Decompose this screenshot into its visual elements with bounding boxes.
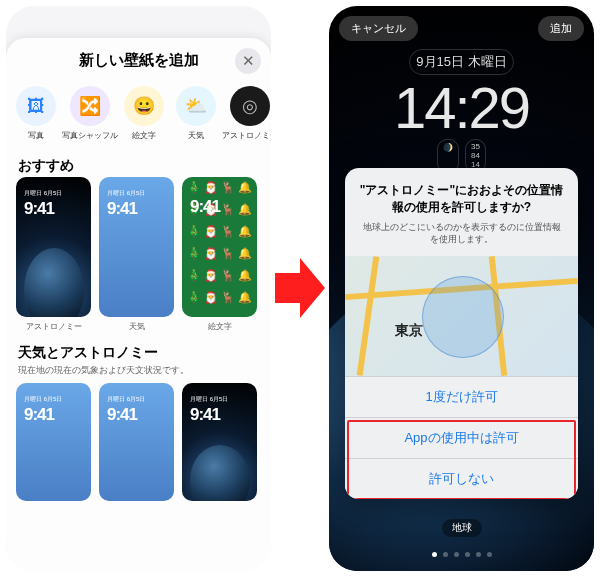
arrow-icon [271, 0, 329, 575]
sheet-title: 新しい壁紙を追加 [79, 51, 199, 70]
wallpaper-item[interactable]: 月曜日 6月5日9:41 [99, 383, 174, 501]
right-phone: キャンセル 追加 9月15日 木曜日 14:29 🌒 358414 "アストロノ… [329, 6, 594, 571]
wallpaper-item[interactable]: 🎄🎅🦌🔔🎄🎅🦌🔔🎄🎅🦌🔔🎄🎅🦌🔔🎄🎅🦌🔔🎄🎅🦌🔔9:41絵文字 [182, 177, 257, 332]
wallpaper-sheet: 新しい壁紙を追加 ✕ 🖼写真🔀写真シャッフル😀絵文字⛅天気◎アストロノミー おす… [6, 38, 271, 571]
category-row[interactable]: 🖼写真🔀写真シャッフル😀絵文字⛅天気◎アストロノミー [6, 82, 271, 151]
category-1[interactable]: 🔀写真シャッフル [62, 86, 118, 141]
category-icon: 😀 [124, 86, 164, 126]
category-3[interactable]: ⛅天気 [170, 86, 222, 141]
alert-message: 地球上のどこにいるのかを表示するのに位置情報を使用します。 [359, 221, 564, 246]
category-label: 写真シャッフル [62, 130, 118, 141]
section-recommended-title: おすすめ [6, 151, 271, 177]
section-weather-subtitle: 現在地の現在の気象および天文状況です。 [6, 364, 271, 383]
wallpaper-label: 絵文字 [208, 321, 232, 332]
category-icon: ◎ [230, 86, 270, 126]
category-icon: ⛅ [176, 86, 216, 126]
close-button[interactable]: ✕ [235, 48, 261, 74]
location-permission-alert: "アストロノミー"におおよその位置情報の使用を許可しますか? 地球上のどこにいる… [345, 168, 578, 499]
wallpaper-label: 天気 [129, 321, 145, 332]
section-weather-title: 天気とアストロノミー [6, 338, 271, 364]
alert-button-2[interactable]: 許可しない [345, 458, 578, 499]
cancel-button[interactable]: キャンセル [339, 16, 418, 41]
wallpaper-item[interactable]: 月曜日 6月5日9:41天気 [99, 177, 174, 332]
add-button[interactable]: 追加 [538, 16, 584, 41]
wallpaper-item[interactable]: 月曜日 6月5日9:41アストロノミー [16, 177, 91, 332]
category-2[interactable]: 😀絵文字 [118, 86, 170, 141]
wallpaper-name-label[interactable]: 地球 [442, 519, 482, 537]
close-icon: ✕ [242, 52, 255, 70]
wallpaper-label: アストロノミー [26, 321, 82, 332]
page-dots[interactable] [329, 552, 594, 557]
left-phone: 新しい壁紙を追加 ✕ 🖼写真🔀写真シャッフル😀絵文字⛅天気◎アストロノミー おす… [6, 6, 271, 571]
category-label: 天気 [188, 130, 204, 141]
alert-title: "アストロノミー"におおよその位置情報の使用を許可しますか? [359, 182, 564, 217]
map-city-label: 東京 [395, 322, 423, 340]
category-0[interactable]: 🖼写真 [10, 86, 62, 141]
alert-button-0[interactable]: 1度だけ許可 [345, 376, 578, 417]
category-label: 絵文字 [132, 130, 156, 141]
weather-astro-row[interactable]: 月曜日 6月5日9:41月曜日 6月5日9:41月曜日 6月5日9:41 [6, 383, 271, 501]
wallpaper-item[interactable]: 月曜日 6月5日9:41 [16, 383, 91, 501]
category-label: アストロノミー [222, 130, 271, 141]
lock-date[interactable]: 9月15日 木曜日 [409, 49, 513, 75]
recommended-row[interactable]: 月曜日 6月5日9:41アストロノミー月曜日 6月5日9:41天気🎄🎅🦌🔔🎄🎅🦌… [6, 177, 271, 338]
lock-time[interactable]: 14:29 [329, 79, 594, 137]
alert-map[interactable]: 東京 [345, 256, 578, 376]
alert-button-1[interactable]: Appの使用中は許可 [345, 417, 578, 458]
wallpaper-item[interactable]: 月曜日 6月5日9:41 [182, 383, 257, 501]
category-4[interactable]: ◎アストロノミー [222, 86, 271, 141]
category-icon: 🖼 [16, 86, 56, 126]
category-icon: 🔀 [70, 86, 110, 126]
category-label: 写真 [28, 130, 44, 141]
